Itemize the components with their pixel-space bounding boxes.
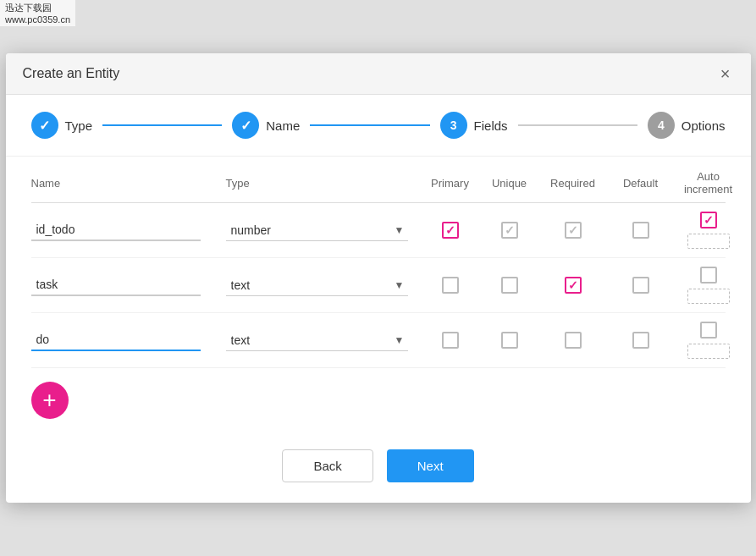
col-header-primary: Primary — [421, 177, 480, 190]
auto-increment-cell-1 — [675, 212, 742, 249]
default-cell-3 — [607, 332, 675, 349]
step-label-fields: Fields — [474, 118, 508, 133]
primary-checkbox-3[interactable] — [442, 332, 459, 349]
modal-title: Create an Entity — [23, 66, 120, 81]
required-checkbox-1[interactable] — [565, 222, 582, 239]
step-line-1 — [102, 124, 222, 126]
required-checkbox-2[interactable] — [565, 277, 582, 294]
default-checkbox-2[interactable] — [632, 277, 649, 294]
modal-footer: Back Next — [6, 436, 751, 503]
step-line-2 — [310, 124, 429, 126]
field-type-cell-2: number text boolean date ▼ — [226, 275, 421, 296]
default-cell-2 — [607, 277, 675, 294]
step-circle-fields: 3 — [440, 112, 467, 139]
fields-table-header: Name Type Primary Unique Required Defaul… — [31, 170, 726, 203]
col-header-name: Name — [31, 177, 226, 190]
step-circle-name: ✓ — [232, 112, 259, 139]
delete-cell-3: 🗑 — [742, 331, 751, 350]
back-button[interactable]: Back — [282, 449, 372, 482]
step-label-options: Options — [682, 118, 726, 133]
step-label-name: Name — [266, 118, 300, 133]
step-type: ✓ Type — [31, 112, 93, 139]
step-label-type: Type — [65, 118, 93, 133]
col-header-required: Required — [539, 177, 607, 190]
required-cell-1 — [539, 222, 607, 239]
auto-increment-cell-2 — [675, 267, 742, 304]
primary-checkbox-1[interactable] — [442, 222, 459, 239]
field-name-input-3[interactable] — [31, 329, 201, 351]
table-row: number text boolean date ▼ — [31, 313, 726, 368]
auto-increment-dotted-1 — [687, 234, 730, 249]
delete-cell-2: 🗑 — [742, 276, 751, 295]
modal-body: Name Type Primary Unique Required Defaul… — [6, 157, 751, 436]
step-line-3 — [518, 124, 637, 126]
primary-cell-1 — [421, 222, 480, 239]
auto-increment-dotted-3 — [687, 344, 730, 359]
field-type-select-1[interactable]: number text boolean date — [226, 220, 408, 241]
unique-checkbox-2[interactable] — [501, 277, 518, 294]
step-name: ✓ Name — [232, 112, 300, 139]
default-checkbox-1[interactable] — [632, 222, 649, 239]
field-type-select-2[interactable]: number text boolean date — [226, 275, 408, 296]
auto-increment-checkbox-3[interactable] — [700, 322, 717, 339]
auto-increment-dotted-2 — [687, 289, 730, 304]
auto-increment-checkbox-1[interactable] — [700, 212, 717, 228]
field-name-cell-1 — [31, 219, 226, 241]
delete-cell-1: 🗑 — [742, 221, 751, 240]
unique-cell-3 — [480, 332, 539, 349]
modal-dialog: Create an Entity × ✓ Type ✓ Name — [6, 53, 751, 503]
step-fields: 3 Fields — [440, 112, 508, 139]
col-header-auto-increment: Auto increment — [675, 170, 742, 195]
stepper: ✓ Type ✓ Name 3 Fields — [6, 95, 751, 157]
required-checkbox-3[interactable] — [565, 332, 582, 349]
modal-header: Create an Entity × — [6, 53, 751, 95]
field-name-input-1[interactable] — [31, 219, 201, 241]
field-name-cell-2 — [31, 274, 226, 296]
col-header-type: Type — [226, 177, 421, 190]
unique-cell-1 — [480, 222, 539, 239]
close-button[interactable]: × — [717, 65, 734, 82]
step-circle-options: 4 — [648, 112, 675, 139]
add-field-button[interactable]: + — [31, 382, 69, 419]
field-type-cell-3: number text boolean date ▼ — [226, 330, 421, 351]
default-checkbox-3[interactable] — [632, 332, 649, 349]
required-cell-3 — [539, 332, 607, 349]
next-button[interactable]: Next — [387, 449, 474, 482]
field-name-input-2[interactable] — [31, 274, 201, 296]
col-header-unique: Unique — [480, 177, 539, 190]
unique-checkbox-1[interactable] — [501, 222, 518, 239]
dialog-overlay: 迅达下载园 www.pc0359.cn Create an Entity × ✓… — [0, 0, 756, 556]
default-cell-1 — [607, 222, 675, 239]
table-row: number text boolean date ▼ — [31, 203, 726, 258]
step-circle-type: ✓ — [31, 112, 58, 139]
field-type-select-3[interactable]: number text boolean date — [226, 330, 408, 351]
field-name-cell-3 — [31, 329, 226, 351]
auto-increment-cell-3 — [675, 322, 742, 359]
field-type-cell-1: number text boolean date ▼ — [226, 220, 421, 241]
col-header-default: Default — [607, 177, 675, 190]
primary-cell-2 — [421, 277, 480, 294]
watermark: 迅达下载园 www.pc0359.cn — [0, 0, 75, 26]
unique-cell-2 — [480, 277, 539, 294]
unique-checkbox-3[interactable] — [501, 332, 518, 349]
table-row: number text boolean date ▼ — [31, 258, 726, 313]
primary-checkbox-2[interactable] — [442, 277, 459, 294]
step-options: 4 Options — [648, 112, 726, 139]
auto-increment-checkbox-2[interactable] — [700, 267, 717, 284]
required-cell-2 — [539, 277, 607, 294]
primary-cell-3 — [421, 332, 480, 349]
